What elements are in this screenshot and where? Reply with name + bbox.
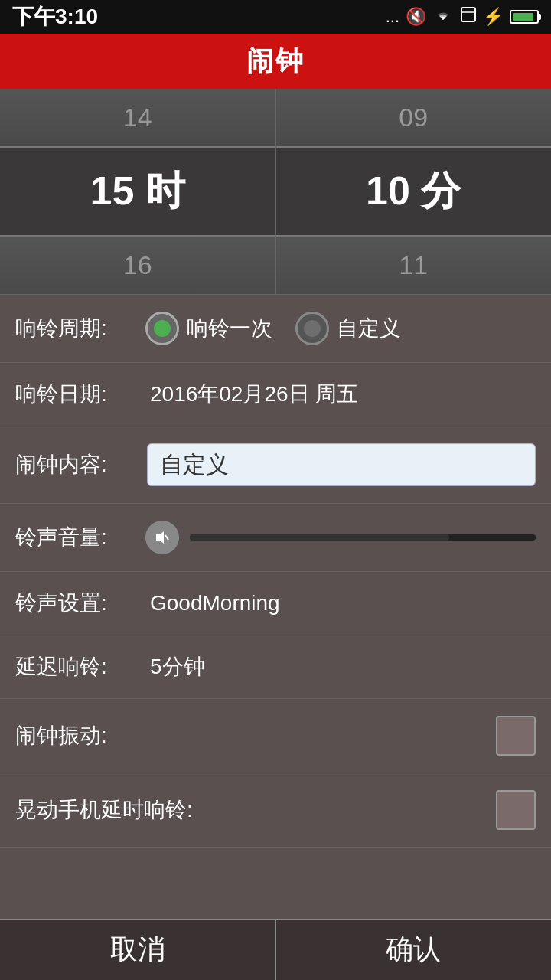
vibration-checkbox[interactable] xyxy=(496,716,536,756)
volume-label: 铃声音量: xyxy=(15,523,138,552)
delay-row[interactable]: 延迟响铃: 5分钟 xyxy=(0,635,551,699)
volume-slider-fill xyxy=(190,534,449,541)
radio-custom[interactable]: 自定义 xyxy=(295,312,401,345)
sim-icon xyxy=(460,6,477,28)
signal-icon: ... xyxy=(386,7,399,27)
alarm-date-row: 响铃日期: 2016年02月26日 周五 xyxy=(0,363,551,426)
minute-above: 09 xyxy=(276,89,552,146)
shake-checkbox[interactable] xyxy=(496,790,536,830)
radio-custom-label: 自定义 xyxy=(337,314,401,343)
ringtone-setting-label: 铃声设置: xyxy=(15,589,138,618)
ringtone-frequency-row: 响铃周期: 响铃一次 自定义 xyxy=(0,295,551,363)
title-bar: 闹钟 xyxy=(0,34,551,89)
radio-once-label: 响铃一次 xyxy=(187,314,272,343)
minute-column[interactable]: 09 10 分 11 xyxy=(276,89,552,294)
shake-label: 晃动手机延时响铃: xyxy=(15,795,193,825)
svg-line-3 xyxy=(165,535,168,540)
alarm-content-row: 闹钟内容: xyxy=(0,426,551,504)
radio-once-outer xyxy=(145,312,179,345)
svg-rect-0 xyxy=(461,8,475,21)
status-time: 下午3:10 xyxy=(12,2,98,31)
delay-label: 延迟响铃: xyxy=(15,652,138,681)
hour-above: 14 xyxy=(0,89,276,146)
radio-once-inner xyxy=(154,320,171,337)
alarm-content-label: 闹钟内容: xyxy=(15,450,138,479)
charging-icon: ⚡ xyxy=(483,7,504,27)
settings-section: 响铃周期: 响铃一次 自定义 响铃日期: 2016年02月26日 周五 闹钟内容… xyxy=(0,295,551,848)
alarm-content-input[interactable] xyxy=(147,443,536,486)
button-row: 取消 确认 xyxy=(0,919,551,980)
hour-column[interactable]: 14 15 时 16 xyxy=(0,89,276,294)
vibration-label: 闹钟振动: xyxy=(15,721,138,750)
time-picker[interactable]: 14 15 时 16 09 10 分 11 xyxy=(0,89,551,295)
radio-custom-outer xyxy=(295,312,329,345)
hour-below: 16 xyxy=(0,237,276,294)
volume-control[interactable] xyxy=(145,521,536,554)
speaker-icon xyxy=(145,521,179,554)
confirm-button[interactable]: 确认 xyxy=(276,920,552,980)
delay-value: 5分钟 xyxy=(150,652,205,681)
svg-marker-2 xyxy=(156,531,164,544)
status-bar: 下午3:10 ... 🔇 ⚡ xyxy=(0,0,551,34)
volume-slider-track[interactable] xyxy=(190,534,536,541)
mute-icon: 🔇 xyxy=(406,7,426,27)
battery-icon xyxy=(510,10,539,24)
ringtone-frequency-label: 响铃周期: xyxy=(15,314,138,343)
shake-row: 晃动手机延时响铃: xyxy=(0,773,551,848)
minute-below: 11 xyxy=(276,237,552,294)
wifi-icon xyxy=(432,6,454,28)
ringtone-setting-value: GoodMorning xyxy=(150,591,280,616)
vibration-row: 闹钟振动: xyxy=(0,699,551,773)
alarm-date-value: 2016年02月26日 周五 xyxy=(150,380,358,409)
minute-selected: 10 分 xyxy=(276,146,552,237)
radio-once[interactable]: 响铃一次 xyxy=(145,312,272,345)
app-title: 闹钟 xyxy=(246,43,305,80)
cancel-button[interactable]: 取消 xyxy=(0,920,276,980)
volume-row: 铃声音量: xyxy=(0,504,551,572)
status-icons: ... 🔇 ⚡ xyxy=(386,6,539,28)
hour-selected: 15 时 xyxy=(0,146,276,237)
ringtone-setting-row[interactable]: 铃声设置: GoodMorning xyxy=(0,572,551,635)
radio-custom-inner xyxy=(304,320,321,337)
radio-group[interactable]: 响铃一次 自定义 xyxy=(145,312,401,345)
alarm-date-label: 响铃日期: xyxy=(15,380,138,409)
